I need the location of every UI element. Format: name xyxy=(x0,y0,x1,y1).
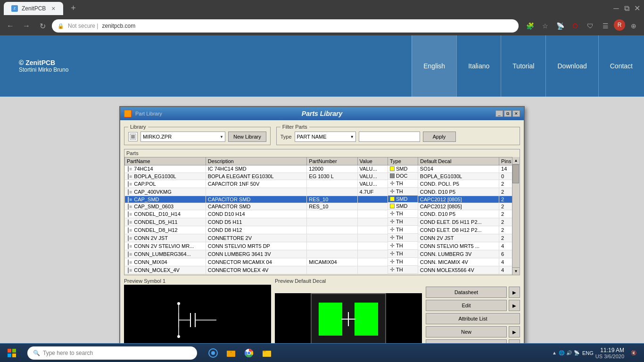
table-row[interactable]: ┃≡CONDEL_D5_H11COND D5 H11✛THCOND ELET. … xyxy=(125,218,520,226)
cast-icon[interactable]: 📡 xyxy=(553,19,567,33)
table-row[interactable]: ┃≡CONN_MIX04CONNECTOR MICAMIX 04MICAMIX0… xyxy=(125,258,520,266)
opera-icon[interactable]: O xyxy=(569,19,582,33)
table-row[interactable]: ┃≡CAP_400VKMG4.7UF✛THCOND. D10 P52 xyxy=(125,188,520,196)
back-button[interactable]: ← xyxy=(4,19,17,33)
edit-button[interactable]: Edit xyxy=(426,300,507,311)
new-tab-button[interactable]: + xyxy=(67,2,80,15)
table-row[interactable]: ┃≡BOPLA_EG1030LBOPLA ELEGANT EG1030LEG 1… xyxy=(125,173,520,180)
window-minimize-button[interactable]: _ xyxy=(495,110,503,117)
type-icon: ✛ xyxy=(390,266,395,273)
new-library-button[interactable]: New Library xyxy=(228,132,266,142)
part-icon: ┃≡ xyxy=(127,204,132,209)
forward-button[interactable]: → xyxy=(20,19,33,33)
tab-title: ZenitPCB xyxy=(22,5,46,12)
start-button[interactable] xyxy=(0,344,24,362)
row-value xyxy=(357,203,388,210)
table-row[interactable]: ┃≡CONDEL_D8_H12COND D8 H12✛THCOND ELET. … xyxy=(125,226,520,234)
restore-button[interactable]: ⧉ xyxy=(623,5,630,12)
tray-up-arrow[interactable]: ▲ xyxy=(552,350,557,355)
nav-tutorial[interactable]: Tutorial xyxy=(501,35,545,97)
address-bar[interactable]: 🔒 Not secure | zenitpcb.com xyxy=(52,19,519,33)
new-extra-button[interactable]: ▶ xyxy=(509,326,520,337)
col-type: Type xyxy=(388,157,418,165)
row-value xyxy=(357,234,388,242)
nav-italiano[interactable]: Italiano xyxy=(456,35,501,97)
table-row[interactable]: ┃≡CONN 2V STELVIO MR...CONN STELVIO MRT5… xyxy=(125,242,520,250)
library-select[interactable]: MIRKO.ZPR xyxy=(140,132,225,142)
table-row[interactable]: ┃≡CAP_SMDCAPACITOR SMDRES_10SMDCAPC2012 … xyxy=(125,196,520,203)
taskbar-file-explorer-icon[interactable] xyxy=(223,345,239,362)
close-button[interactable]: ✕ xyxy=(634,5,640,12)
new-button[interactable]: New xyxy=(426,326,507,337)
table-row[interactable]: ┃≡CONN_MOLEX_4VCONNECTOR MOLEX 4V✛THCONN… xyxy=(125,266,520,274)
extension2-icon[interactable]: ⊕ xyxy=(627,19,640,33)
library-select-wrapper[interactable]: MIRKO.ZPR xyxy=(140,132,225,142)
reload-button[interactable]: ↻ xyxy=(36,19,49,33)
filter-type-select[interactable]: PART NAME xyxy=(295,132,356,142)
datasheet-extra-button[interactable]: ▶ xyxy=(509,287,520,298)
taskbar-search-input[interactable] xyxy=(43,350,191,356)
table-row[interactable]: ┃≡CONDEL_D10_H14COND D10 H14✛THCOND. D10… xyxy=(125,210,520,218)
datasheet-row: Datasheet ▶ xyxy=(426,287,520,298)
table-row[interactable]: ┃≡CONN 2V JSTCONNETTORE 2V✛THCONN 2V JST… xyxy=(125,234,520,242)
vertical-scrollbar[interactable]: ▲ ▼ xyxy=(512,157,520,275)
part-name: CAP_400VKMG xyxy=(134,189,171,195)
scroll-up-button[interactable]: ▲ xyxy=(512,157,520,165)
row-type: ✛TH xyxy=(388,226,418,234)
nav-download[interactable]: Download xyxy=(545,35,598,97)
row-decal: COND ELET. D5 H11 P2... xyxy=(418,218,499,226)
table-row[interactable]: ┃≡CAP_SMD_0603CAPACITOR SMDRES_10SMDCAPC… xyxy=(125,203,520,210)
row-value xyxy=(357,258,388,266)
window-restore-button[interactable]: ⧉ xyxy=(504,110,512,117)
row-decal: COND. POLI. P5 xyxy=(418,180,499,188)
lang-indicator: ENG xyxy=(582,350,594,356)
datasheet-button[interactable]: Datasheet xyxy=(426,287,507,298)
table-row[interactable]: ┃≡CONN_LUMBERG364...CONN LUMBERG 3641 3V… xyxy=(125,250,520,258)
notification-center-icon[interactable]: 🔇 xyxy=(627,346,640,360)
site-logo: © ZenitPCB Stortini Mirko Bruno xyxy=(0,59,412,73)
scroll-down-button[interactable]: ▼ xyxy=(512,267,520,275)
row-partnumber: 12000 xyxy=(307,165,357,173)
site-header: © ZenitPCB Stortini Mirko Bruno English … xyxy=(0,35,644,97)
type-label: Type xyxy=(281,134,292,140)
taskbar-chrome-icon[interactable] xyxy=(240,345,257,362)
filter-text-input[interactable] xyxy=(359,132,420,142)
parts-table: PartName Description PartNumber Value Ty… xyxy=(124,157,520,274)
table-row[interactable]: ┃≡CAP.POLCAPACITOR 1NF 50VVALU...✛THCOND… xyxy=(125,180,520,188)
shield-icon[interactable]: 🛡 xyxy=(584,19,597,33)
row-type: SMD xyxy=(388,165,418,173)
window-body: Library xyxy=(120,120,524,362)
browser-toolbar: 🧩 ☆ 📡 O 🛡 ☰ R ⊕ xyxy=(523,19,640,33)
parts-library-window: Part Library Parts Library _ ⧉ ✕ Library xyxy=(119,106,525,362)
profile-icon[interactable]: R xyxy=(614,19,625,31)
type-icon: ✛ xyxy=(390,258,395,265)
table-row[interactable]: ┃≡74HC14IC 74HC14 SMD12000VALU...SMDSO14… xyxy=(125,165,520,173)
minimize-button[interactable]: ─ xyxy=(613,5,619,12)
taskbar-cortana-icon[interactable] xyxy=(205,345,222,362)
extensions-icon[interactable]: 🧩 xyxy=(523,19,537,33)
window-close-button[interactable]: ✕ xyxy=(512,110,520,117)
nav-english[interactable]: English xyxy=(412,35,456,97)
type-icon: ✛ xyxy=(390,188,395,195)
svg-rect-19 xyxy=(227,351,231,353)
part-icon: ┃≡ xyxy=(127,166,132,172)
edit-extra-button[interactable]: ▶ xyxy=(509,300,520,311)
menu-icon[interactable]: ☰ xyxy=(599,19,612,33)
row-value xyxy=(357,226,388,234)
taskbar-folder-icon[interactable] xyxy=(258,345,275,362)
bookmark-icon[interactable]: ☆ xyxy=(538,19,552,33)
type-icon: ✛ xyxy=(390,242,395,249)
browser-tab[interactable]: Z ZenitPCB × xyxy=(4,2,63,15)
row-decal: CONN STELVIO MRT5 ... xyxy=(418,242,499,250)
scroll-thumb[interactable] xyxy=(512,165,519,183)
part-name: CONDEL_D10_H14 xyxy=(134,211,180,217)
nav-contact[interactable]: Contact xyxy=(598,35,644,97)
taskbar-search-bar[interactable]: 🔍 xyxy=(27,346,197,360)
tab-close-button[interactable]: × xyxy=(51,5,55,12)
row-value xyxy=(357,250,388,258)
row-description: CAPACITOR SMD xyxy=(206,203,307,210)
row-partnumber xyxy=(307,210,357,218)
part-name: CAP_SMD_0603 xyxy=(134,204,173,209)
attribute-list-button[interactable]: Attribute List xyxy=(426,313,520,324)
apply-button[interactable]: Apply xyxy=(423,132,456,142)
